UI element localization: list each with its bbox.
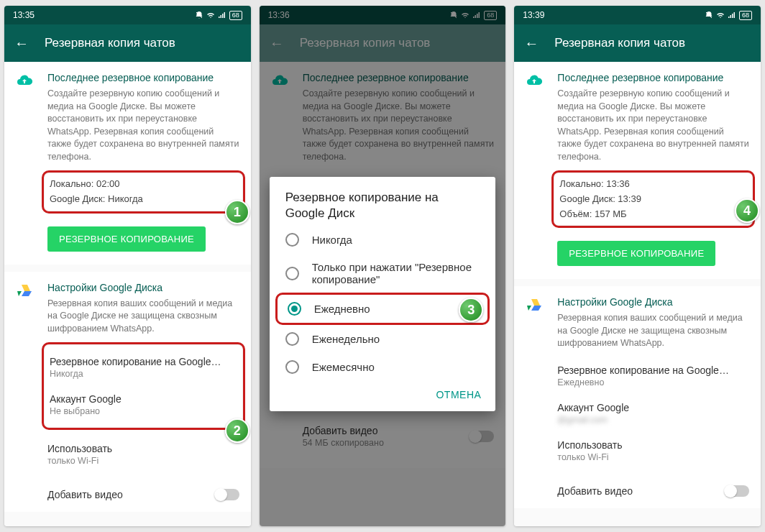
dialog-cancel-button[interactable]: ОТМЕНА [436,389,481,400]
status-icons: 68 [705,11,752,20]
wifi-icon [206,11,215,19]
highlight-box-2: Резервное копирование на Google… Никогда… [42,342,245,430]
app-bar: ← Резервная копия чатов [514,24,761,62]
dnd-icon [705,11,713,19]
battery-icon: 68 [739,11,752,20]
status-time: 13:39 [523,10,544,20]
local-backup-time: Локально: 02:00 [50,177,237,192]
highlight-box-1: Локально: 02:00 Google Диск: Никогда [42,170,245,214]
network-setting[interactable]: Использовать только Wi-Fi [557,432,749,469]
phone-screenshot-3: 13:39 68 ← Резервная копия чатов Последн… [514,6,761,526]
network-setting[interactable]: Использовать только Wi-Fi [47,436,239,473]
gdrive-settings-section: Настройки Google Диска Резервная копия в… [514,286,761,474]
phone-screenshot-2: 13:36 68 ← Резервная копия чатов Последн… [260,6,506,526]
last-backup-section: Последнее резервное копирование Создайте… [514,62,761,279]
battery-icon: 68 [229,11,242,20]
radio-option-never[interactable]: Никогда [275,226,490,254]
radio-option-onpress[interactable]: Только при нажатии "Резервное копировани… [275,254,490,293]
radio-icon [285,332,299,346]
last-backup-section: Последнее резервное копирование Создайте… [4,62,251,265]
cloud-upload-icon [526,72,543,89]
radio-option-daily[interactable]: Ежедневно 3 [275,293,490,325]
radio-icon [285,360,299,374]
backup-size: Объём: 157 МБ [559,207,747,222]
gdrive-icon [526,296,543,313]
account-email-blurred: @gmail.com [557,415,749,425]
status-time: 13:35 [13,10,35,20]
section-heading: Настройки Google Диска [47,282,239,293]
backup-to-google-setting[interactable]: Резервное копирование на Google… Никогда [50,349,237,386]
callout-badge-4: 4 [735,198,759,223]
status-icons: 68 [195,11,242,20]
section-desc: Резервная копия ваших сообщений и медиа … [47,298,239,336]
radio-icon [285,267,299,280]
status-bar: 13:35 68 [4,6,251,24]
section-desc: Создайте резервную копию сообщений и мед… [47,88,239,163]
toggle-switch[interactable] [215,489,239,500]
google-account-setting[interactable]: Аккаунт Google Не выбрано [50,386,237,423]
section-heading: Настройки Google Диска [557,296,749,308]
callout-badge-2: 2 [225,418,249,443]
highlight-box-4: Локально: 13:36 Google Диск: 13:39 Объём… [551,170,755,228]
app-bar-title: Резервная копия чатов [554,36,685,50]
dnd-icon [195,11,203,19]
radio-icon [285,233,299,247]
radio-option-weekly[interactable]: Еженедельно [275,325,490,353]
cloud-upload-icon [16,72,33,89]
section-desc: Создайте резервную копию сообщений и мед… [557,88,749,163]
backup-button[interactable]: РЕЗЕРВНОЕ КОПИРОВАНИЕ [557,241,715,266]
signal-icon [728,11,736,19]
toggle-switch[interactable] [725,485,749,497]
callout-badge-3: 3 [459,298,483,322]
gdrive-backup-time: Google Диск: Никогда [50,192,237,207]
status-bar: 13:39 68 [514,6,761,24]
dialog-title: Резервное копирование на Google Диск [275,190,490,226]
section-desc: Резервная копия ваших сообщений и медиа … [557,312,749,350]
gdrive-icon [16,282,33,299]
include-video-setting[interactable]: Добавить видео [4,477,251,512]
radio-icon-checked [288,302,301,316]
include-video-setting[interactable]: Добавить видео [514,474,761,508]
app-bar: ← Резервная копия чатов [4,24,251,62]
local-backup-time: Локально: 13:36 [559,177,747,192]
back-icon[interactable]: ← [14,35,29,52]
google-account-setting[interactable]: Аккаунт Google @gmail.com [557,395,749,432]
callout-badge-1: 1 [225,200,249,224]
backup-button[interactable]: РЕЗЕРВНОЕ КОПИРОВАНИЕ [47,226,206,252]
radio-option-monthly[interactable]: Ежемесячно [275,353,490,381]
gdrive-settings-section: Настройки Google Диска Резервная копия в… [4,272,251,478]
backup-frequency-dialog: Резервное копирование на Google Диск Ник… [270,177,496,411]
section-heading: Последнее резервное копирование [557,72,749,83]
backup-to-google-setting[interactable]: Резервное копирование на Google… Ежеднев… [557,357,749,395]
section-heading: Последнее резервное копирование [47,72,239,83]
gdrive-backup-time: Google Диск: 13:39 [559,192,747,207]
phone-screenshot-1: 13:35 68 ← Резервная копия чатов Последн… [4,6,251,526]
app-bar-title: Резервная копия чатов [45,36,175,50]
wifi-icon [716,11,725,19]
back-icon[interactable]: ← [524,35,539,52]
signal-icon [218,11,226,19]
